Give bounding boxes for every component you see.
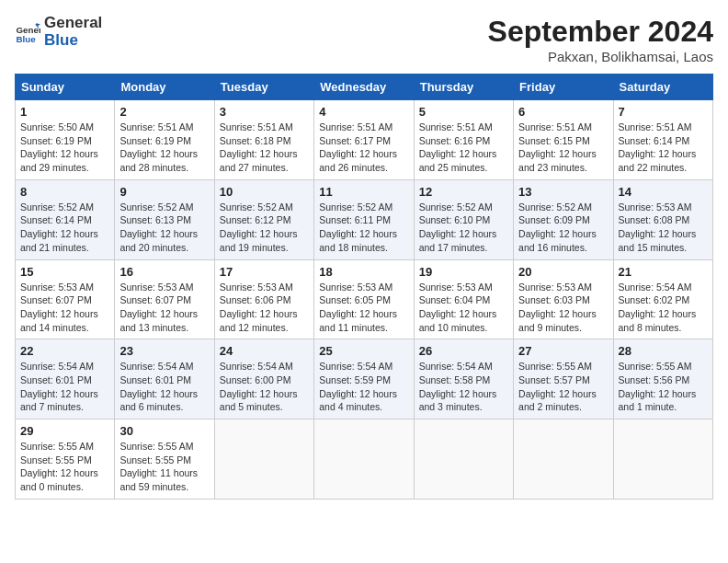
logo: General Blue General Blue [15,15,102,49]
location-subtitle: Pakxan, Bolikhamsai, Laos [488,49,713,64]
day-18: 18 Sunrise: 5:53 AMSunset: 6:05 PMDaylig… [314,259,414,339]
col-saturday: Saturday [613,75,712,100]
empty-cell-4 [514,419,613,500]
header-row: Sunday Monday Tuesday Wednesday Thursday… [16,75,713,100]
week-row-4: 22 Sunrise: 5:54 AMSunset: 6:01 PMDaylig… [16,339,713,419]
empty-cell-3 [414,419,513,500]
day-2: 2 Sunrise: 5:51 AMSunset: 6:19 PMDayligh… [115,100,214,180]
col-sunday: Sunday [16,75,115,100]
week-row-1: 1 Sunrise: 5:50 AMSunset: 6:19 PMDayligh… [16,100,713,180]
col-monday: Monday [115,75,214,100]
col-wednesday: Wednesday [314,75,414,100]
day-3: 3 Sunrise: 5:51 AMSunset: 6:18 PMDayligh… [214,100,313,180]
month-title: September 2024 [488,15,713,49]
day-23: 23 Sunrise: 5:54 AMSunset: 6:01 PMDaylig… [115,339,214,419]
day-9: 9 Sunrise: 5:52 AMSunset: 6:13 PMDayligh… [115,179,214,259]
day-22: 22 Sunrise: 5:54 AMSunset: 6:01 PMDaylig… [16,339,115,419]
day-15: 15 Sunrise: 5:53 AMSunset: 6:07 PMDaylig… [16,259,115,339]
day-5: 5 Sunrise: 5:51 AMSunset: 6:16 PMDayligh… [414,100,513,180]
col-friday: Friday [514,75,613,100]
day-10: 10 Sunrise: 5:52 AMSunset: 6:12 PMDaylig… [214,179,313,259]
day-8: 8 Sunrise: 5:52 AMSunset: 6:14 PMDayligh… [16,179,115,259]
svg-text:Blue: Blue [16,34,36,44]
day-29: 29 Sunrise: 5:55 AMSunset: 5:55 PMDaylig… [16,419,115,500]
day-12: 12 Sunrise: 5:52 AMSunset: 6:10 PMDaylig… [414,179,513,259]
empty-cell-1 [214,419,313,500]
week-row-3: 15 Sunrise: 5:53 AMSunset: 6:07 PMDaylig… [16,259,713,339]
day-24: 24 Sunrise: 5:54 AMSunset: 6:00 PMDaylig… [214,339,313,419]
day-1: 1 Sunrise: 5:50 AMSunset: 6:19 PMDayligh… [16,100,115,180]
day-26: 26 Sunrise: 5:54 AMSunset: 5:58 PMDaylig… [414,339,513,419]
col-thursday: Thursday [414,75,513,100]
day-30: 30 Sunrise: 5:55 AMSunset: 5:55 PMDaylig… [115,419,214,500]
calendar-table: Sunday Monday Tuesday Wednesday Thursday… [15,74,713,500]
day-4: 4 Sunrise: 5:51 AMSunset: 6:17 PMDayligh… [314,100,414,180]
logo-icon: General Blue [15,19,40,45]
title-block: September 2024 Pakxan, Bolikhamsai, Laos [488,15,713,64]
logo-blue: Blue [44,32,102,50]
day-11: 11 Sunrise: 5:52 AMSunset: 6:11 PMDaylig… [314,179,414,259]
col-tuesday: Tuesday [214,75,313,100]
day-27: 27 Sunrise: 5:55 AMSunset: 5:57 PMDaylig… [514,339,613,419]
day-28: 28 Sunrise: 5:55 AMSunset: 5:56 PMDaylig… [613,339,712,419]
day-16: 16 Sunrise: 5:53 AMSunset: 6:07 PMDaylig… [115,259,214,339]
day-14: 14 Sunrise: 5:53 AMSunset: 6:08 PMDaylig… [613,179,712,259]
day-13: 13 Sunrise: 5:52 AMSunset: 6:09 PMDaylig… [514,179,613,259]
day-19: 19 Sunrise: 5:53 AMSunset: 6:04 PMDaylig… [414,259,513,339]
day-20: 20 Sunrise: 5:53 AMSunset: 6:03 PMDaylig… [514,259,613,339]
empty-cell-2 [314,419,414,500]
day-7: 7 Sunrise: 5:51 AMSunset: 6:14 PMDayligh… [613,100,712,180]
week-row-2: 8 Sunrise: 5:52 AMSunset: 6:14 PMDayligh… [16,179,713,259]
empty-cell-5 [613,419,712,500]
day-25: 25 Sunrise: 5:54 AMSunset: 5:59 PMDaylig… [314,339,414,419]
day-17: 17 Sunrise: 5:53 AMSunset: 6:06 PMDaylig… [214,259,313,339]
day-21: 21 Sunrise: 5:54 AMSunset: 6:02 PMDaylig… [613,259,712,339]
page-header: General Blue General Blue September 2024… [15,15,713,64]
logo-general: General [44,15,102,32]
day-6: 6 Sunrise: 5:51 AMSunset: 6:15 PMDayligh… [514,100,613,180]
week-row-5: 29 Sunrise: 5:55 AMSunset: 5:55 PMDaylig… [16,419,713,500]
